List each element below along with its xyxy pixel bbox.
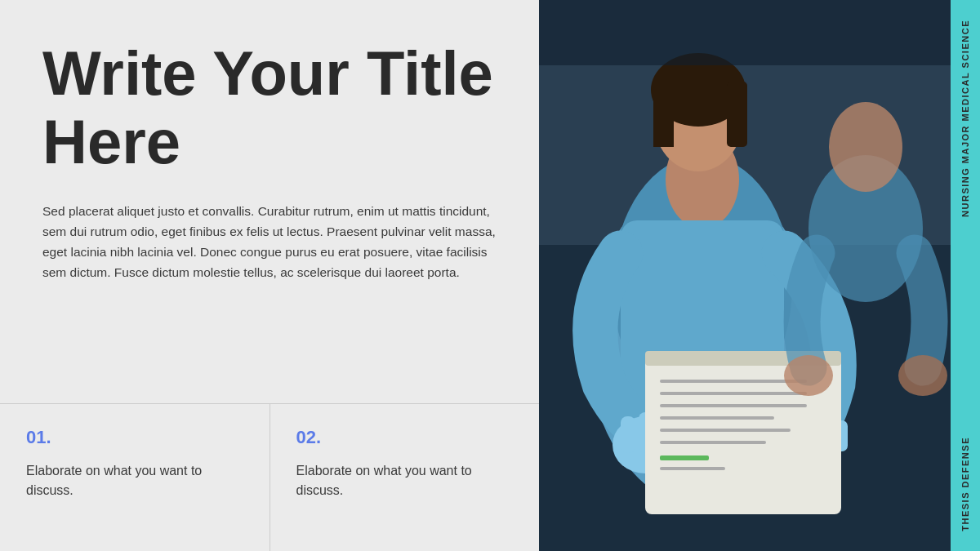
svg-rect-29 [660, 455, 709, 460]
side-bar: Nursing Major Medical Science Thesis Def… [951, 0, 980, 551]
main-title: Write Your Title Here [42, 39, 497, 176]
svg-point-33 [784, 355, 833, 396]
slide: Write Your Title Here Sed placerat aliqu… [0, 0, 980, 551]
svg-rect-35 [539, 0, 951, 65]
left-panel: Write Your Title Here Sed placerat aliqu… [0, 0, 539, 551]
bottom-points: 01. Elaborate on what you want to discus… [0, 404, 539, 551]
point-text-1: Elaborate on what you want to discuss. [26, 461, 243, 500]
right-panel [539, 0, 951, 551]
svg-rect-27 [660, 429, 791, 432]
svg-rect-28 [660, 441, 766, 444]
svg-rect-8 [653, 82, 674, 147]
point-number-1: 01. [26, 427, 243, 448]
point-text-2: Elaborate on what you want to discuss. [296, 461, 514, 500]
svg-rect-24 [660, 392, 807, 395]
svg-rect-12 [621, 416, 635, 453]
svg-point-32 [829, 102, 902, 192]
svg-rect-9 [727, 82, 747, 147]
sidebar-top-text: Nursing Major Medical Science [960, 20, 970, 217]
point-item-1: 01. Elaborate on what you want to discus… [0, 404, 270, 551]
top-content: Write Your Title Here Sed placerat aliqu… [42, 39, 497, 403]
svg-point-34 [898, 355, 947, 396]
body-text: Sed placerat aliquet justo et convallis.… [42, 202, 497, 282]
svg-rect-26 [660, 416, 774, 420]
sidebar-bottom-text: Thesis Defense [960, 437, 970, 531]
svg-rect-30 [660, 467, 725, 470]
point-item-2: 02. Elaborate on what you want to discus… [270, 404, 540, 551]
svg-rect-25 [660, 404, 807, 407]
medical-image [539, 0, 951, 551]
point-number-2: 02. [296, 427, 514, 448]
